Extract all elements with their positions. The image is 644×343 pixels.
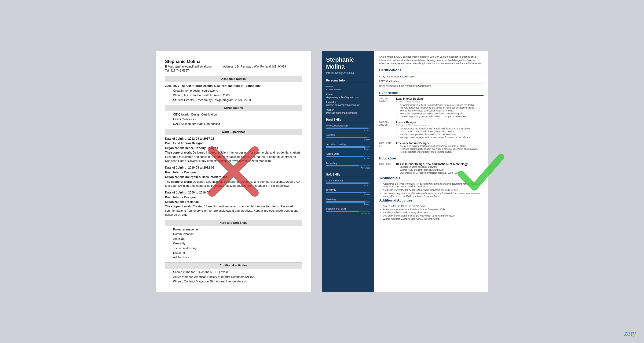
edu1-b2: Winner, ASID Student Portfolio Award 200…: [400, 169, 468, 171]
testimonial-3: "We never thought we'd be able to leave …: [383, 192, 484, 197]
job-3: Date of Joining: 2006 to 2010-07 Post: I…: [165, 191, 302, 217]
sidebar-name: Stephanie Molina: [326, 56, 370, 70]
skill-techdraw-name: Technical Drawing: [326, 143, 370, 146]
job3-scope-label: The scope of work:: [165, 205, 192, 208]
activities-list: Scored in the top 1% on the NCIDQ exam. …: [165, 270, 302, 284]
job2-dates: Date of Joining: 2010-08 to 2012-08: [165, 166, 214, 169]
exp1-b3: Several of my projects written up favora…: [400, 112, 484, 115]
right-cert-list: CIDQ Interior Design Certification LEED …: [379, 74, 484, 88]
activities-block: Scored in the top 1% on the NCIDQ exam. …: [379, 205, 484, 220]
exp3-title: Freelance Interior Designer: [396, 142, 478, 145]
job3-dates: Date of Joining: 2006 to 2010-07: [165, 191, 210, 194]
exp2-b2: Used CAD to create 40+ high-end, compell…: [400, 130, 471, 133]
academic-block: 2005-2009 - BFA in Interior Design, New …: [165, 84, 302, 102]
skill-creativity-name: Creativity: [326, 189, 370, 191]
cert-3: NARI Kitchen and Bath Remodeling: [173, 122, 302, 126]
skill-budget-level: Advanced: [326, 167, 370, 169]
exp3-details: Freelance Interior Designer Created 10 e…: [396, 142, 478, 154]
skills-header: Hard and Soft Skills: [165, 220, 302, 226]
exp2-b1: Designed awe-inspiring interiors for res…: [400, 127, 471, 130]
job2-org: Organization: Bourgoin & Hess Interiors,…: [165, 175, 228, 178]
skill-interpersonal-level: Advanced: [326, 212, 370, 215]
skills-list: Project management Communication AutoCad…: [165, 228, 302, 260]
edu1-degree: BFA in Interior Design, New York Institu…: [396, 163, 468, 166]
skill-listening-level: Expert: [326, 203, 370, 205]
skill-autocad: AutoCad Expert: [326, 134, 370, 141]
skill-6: Listening: [173, 251, 302, 255]
email-label: E-mail: [326, 93, 370, 96]
academic-bullet-3: Student Director, Freedom by Design prog…: [173, 98, 302, 102]
job1-post: Post: Lead Interior Designer: [165, 141, 204, 145]
soft-skills-label: Soft Skills: [326, 173, 370, 177]
skill-pm: Project Management Expert: [326, 124, 370, 132]
right-cert-3: NARI Kitchen and Bath Remodeling Certifi…: [379, 84, 484, 88]
right-sidebar: Stephanie Molina Interior Designer, CIDQ…: [322, 51, 374, 292]
right-activities-title: Additional Activities: [379, 198, 484, 203]
skill-budget-name: Budgeting: [326, 162, 370, 165]
job1-dates: Date of Joining: 2012-09 to 2017-11: [165, 137, 214, 140]
edu1-details: BFA in Interior Design, New York Institu…: [396, 163, 468, 174]
left-address: Address: 134 Rightward Way Portland, ME,…: [223, 65, 286, 69]
activity-1: Scored in the top 1% on the NCIDQ exam.: [173, 270, 302, 274]
exp3-b3: Kept all projects under budget and deliv…: [400, 151, 478, 153]
skill-pm-name: Project Management: [326, 124, 370, 127]
exp1-dates: 2012-09 - 2017-11: [379, 97, 394, 118]
skill-adobe: Adobe Suite Expert: [326, 152, 370, 160]
left-phone: Tel: 917-749-5567: [165, 69, 189, 72]
exp-header: Work Experience: [165, 129, 302, 135]
skill-5: Technical drawing: [173, 246, 302, 250]
exp1-company: Renée Doherty Designs: [396, 100, 484, 103]
exp1-title: Lead Interior Designer: [396, 97, 484, 100]
cert-2: LEED Certification: [173, 117, 302, 121]
exp2-company: Bourgoin & Hess Interiors, Inc.: [396, 124, 471, 126]
skill-interpersonal-name: Interpersonal Skills: [326, 207, 370, 210]
right-main-content: Award-winning, CIDQ certified interior d…: [374, 51, 488, 292]
skill-budget: Budgeting Advanced: [326, 162, 370, 169]
exp2-b4: Managed vendors, reps, and subcontractor…: [400, 136, 471, 139]
testimonial-2: "Radisson is over-the-top happy with the…: [383, 189, 484, 191]
exp1-b2: Scored the re-compete contract for Radis…: [400, 109, 484, 112]
skill-4: Creativity: [173, 241, 302, 245]
academic-bullets: Great in home design coursework. Winner,…: [165, 89, 302, 102]
exp3-dates: 2006 - 2010-07: [379, 142, 394, 154]
exp2-b3: Received 99% positive client feedback in…: [400, 133, 471, 136]
skill-autocad-level: Expert: [326, 139, 370, 141]
exp2-dates: 2010-08 - 2012-08: [379, 121, 394, 139]
job1-org: Organization: Renee Doherty Designs: [165, 146, 218, 150]
skill-comm-name: Communication: [326, 179, 370, 182]
skill-comm: Communication Expert: [326, 179, 370, 187]
activities-header: Additional activities: [165, 262, 302, 269]
right-act-4: One of my SoHo apartment designs was wri…: [383, 214, 484, 217]
skill-techdraw-level: Expert: [326, 148, 370, 150]
testimonial-1: "Stephanie is a joy to work with. Her de…: [383, 182, 484, 188]
skill-2: Communication: [173, 232, 302, 236]
skill-interpersonal: Interpersonal Skills Advanced: [326, 207, 370, 215]
job2-post: Post: Interior Designer: [165, 171, 197, 174]
email-value: stephanieqmolina@gmail.com: [326, 96, 370, 99]
skill-comm-level: Expert: [326, 184, 370, 187]
sidebar-name-block: Stephanie Molina Interior Designer, CIDQ: [326, 56, 370, 74]
exp-section-title: Experience: [379, 91, 484, 96]
skill-listening-name: Listening: [326, 198, 370, 201]
academic-header: Academic Details: [165, 76, 302, 82]
linkedin-item: LinkedIn linkedin.com/in/stephanieqmolin: [326, 101, 370, 106]
exp3-b1: Created 10 exciting residential and comm…: [400, 145, 478, 147]
right-exp-2: 2010-08 - 2012-08 Interior Designer Bour…: [379, 121, 484, 139]
exp2-bullets: Designed awe-inspiring interiors for res…: [396, 127, 471, 139]
phone-value: 917-749-5567: [326, 88, 370, 91]
right-edu-1: 2005 - 2009 BFA in Interior Design, New …: [379, 163, 484, 174]
twitter-item: Twitter twitter.com/stephanieqmolina: [326, 109, 370, 114]
testimonials-block: "Stephanie is a joy to work with. Her de…: [379, 182, 484, 197]
job3-post: Post: Interior Designer: [165, 196, 197, 199]
job-1: Date of Joining: 2012-09 to 2017-11 Post…: [165, 137, 302, 163]
skill-listening: Listening Expert: [326, 198, 370, 205]
job2-scope-label: The scope of work:: [165, 180, 192, 183]
right-activities-list: Scored in the top 1% on the NCIDQ exam. …: [379, 205, 484, 220]
linkedin-label: LinkedIn: [326, 101, 370, 103]
cert-list: CIDQ Interior Design Certification LEED …: [165, 113, 302, 126]
edu1-dates: 2005 - 2009: [379, 163, 394, 174]
summary: Award-winning, CIDQ certified interior d…: [379, 55, 484, 65]
job-2: Date of Joining: 2010-08 to 2012-08 Post…: [165, 166, 302, 188]
exp2-details: Interior Designer Bourgoin & Hess Interi…: [396, 121, 471, 139]
skill-techdraw: Technical Drawing Expert: [326, 143, 370, 150]
